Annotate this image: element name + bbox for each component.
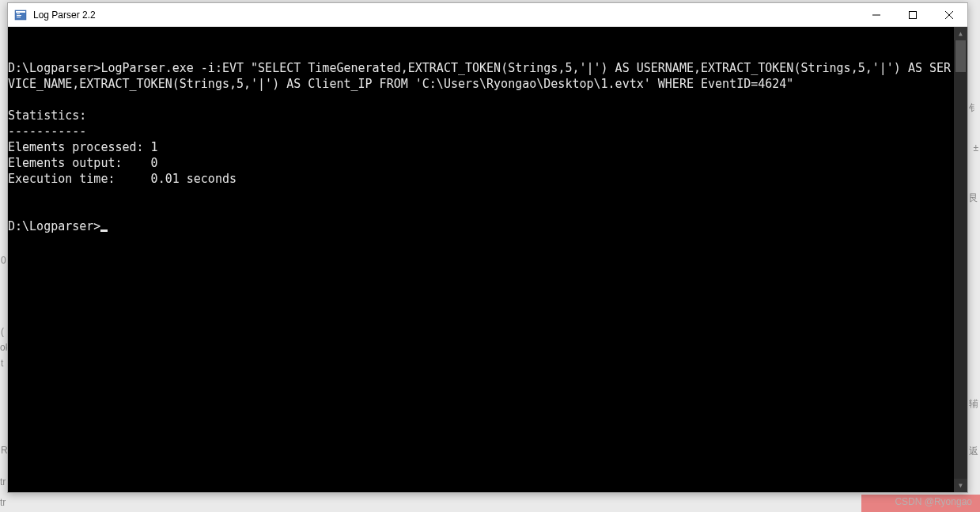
bg-fragment: 艮 — [969, 192, 978, 205]
svg-rect-2 — [17, 13, 20, 14]
window-title: Log Parser 2.2 — [33, 9, 858, 21]
minimize-icon — [872, 11, 880, 19]
scrollbar-up-arrow[interactable]: ▲ — [954, 27, 967, 40]
close-icon — [945, 11, 953, 19]
bg-fragment: 0 — [1, 255, 6, 266]
app-window: Log Parser 2.2 D:\Logparser>LogParser.ex… — [7, 2, 968, 493]
command-text: LogParser.exe -i:EVT "SELECT TimeGenerat… — [8, 61, 951, 91]
scrollbar-down-arrow[interactable]: ▼ — [954, 479, 967, 492]
bg-fragment: ( — [1, 326, 4, 337]
stats-output: Elements output: 0 — [8, 156, 158, 170]
terminal-content: D:\Logparser>LogParser.exe -i:EVT "SELEC… — [8, 60, 967, 234]
bg-fragment: 返 — [969, 445, 978, 458]
stats-divider: ----------- — [8, 124, 86, 138]
svg-rect-4 — [17, 17, 21, 17]
svg-rect-6 — [910, 11, 917, 18]
bg-fragment: t — [1, 358, 3, 369]
prompt: D:\Logparser> — [8, 219, 100, 233]
bg-fragment: 钅 — [969, 101, 978, 115]
stats-header: Statistics: — [8, 108, 86, 123]
vertical-scrollbar[interactable]: ▲ ▼ — [954, 27, 967, 492]
svg-rect-3 — [17, 15, 21, 16]
terminal-cursor — [100, 229, 108, 232]
app-icon — [14, 9, 27, 21]
terminal-area[interactable]: D:\Logparser>LogParser.exe -i:EVT "SELEC… — [8, 27, 967, 492]
stats-time: Execution time: 0.01 seconds — [8, 172, 236, 186]
bg-fragment: ± — [973, 142, 978, 154]
titlebar[interactable]: Log Parser 2.2 — [8, 3, 967, 27]
window-controls — [858, 3, 967, 26]
bg-fragment: tr — [0, 497, 6, 508]
watermark-text: CSDN @Ryongao — [895, 496, 972, 507]
prompt: D:\Logparser> — [8, 61, 100, 75]
maximize-button[interactable] — [895, 3, 931, 26]
bg-fragment: 辅 — [969, 397, 978, 411]
scrollbar-thumb[interactable] — [955, 40, 966, 72]
svg-rect-1 — [16, 11, 25, 13]
close-button[interactable] — [931, 3, 967, 26]
minimize-button[interactable] — [858, 3, 895, 26]
bg-fragment: tr — [0, 476, 6, 487]
maximize-icon — [909, 11, 917, 19]
stats-processed: Elements processed: 1 — [8, 140, 158, 154]
